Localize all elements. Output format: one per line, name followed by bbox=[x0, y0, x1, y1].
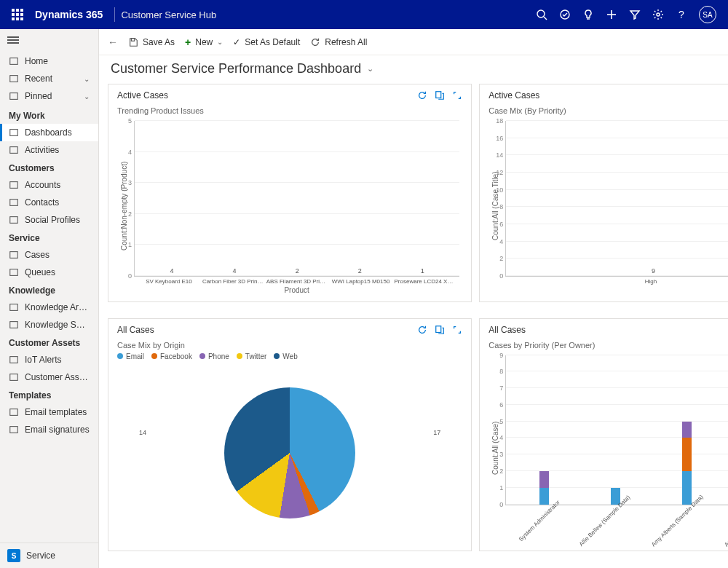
card-active-cases-priority: Active Cases Case Mix (By Priority) Coun… bbox=[479, 84, 728, 302]
nav-icon bbox=[9, 180, 19, 190]
svg-rect-13 bbox=[10, 200, 18, 206]
legend-item[interactable]: Twitter bbox=[237, 352, 266, 360]
nav-icon bbox=[9, 302, 19, 312]
refresh-icon[interactable] bbox=[417, 325, 427, 335]
divider bbox=[114, 7, 115, 22]
chart-title: Case Mix by Origin bbox=[117, 341, 462, 350]
nav-group-title: Service bbox=[0, 229, 98, 246]
nav-item-home[interactable]: Home bbox=[0, 52, 98, 70]
svg-rect-17 bbox=[10, 304, 18, 311]
nav-icon bbox=[9, 355, 19, 365]
nav-item-recent[interactable]: Recent⌄ bbox=[0, 70, 98, 87]
help-icon[interactable]: ? bbox=[670, 0, 693, 29]
nav-item-contacts[interactable]: Contacts bbox=[0, 194, 98, 211]
svg-rect-16 bbox=[10, 269, 18, 276]
records-icon[interactable] bbox=[435, 325, 445, 335]
legend-item[interactable]: Web bbox=[274, 352, 297, 360]
bar[interactable] bbox=[611, 355, 620, 505]
back-button[interactable]: ← bbox=[108, 36, 118, 48]
nav-icon bbox=[9, 91, 19, 101]
svg-rect-12 bbox=[10, 182, 18, 189]
nav-group-title: My Work bbox=[0, 106, 98, 124]
bar[interactable] bbox=[682, 355, 692, 505]
card-all-cases-owner: All Cases Cases by Priority (Per Owner) … bbox=[479, 318, 728, 551]
refresh-all-button[interactable]: Refresh All bbox=[310, 37, 367, 47]
refresh-icon[interactable] bbox=[417, 90, 427, 100]
svg-rect-19 bbox=[10, 357, 18, 363]
chevron-down-icon: ⌄ bbox=[217, 38, 223, 46]
nav-item-knowledge-search[interactable]: Knowledge Search bbox=[0, 316, 98, 334]
app-launcher-button[interactable] bbox=[6, 9, 29, 20]
product-name[interactable]: Dynamics 365 bbox=[29, 9, 108, 20]
dashboard-selector[interactable]: Customer Service Performance Dashboard ⌄ bbox=[99, 55, 728, 84]
new-button[interactable]: +New⌄ bbox=[185, 36, 223, 48]
add-icon[interactable] bbox=[600, 0, 623, 29]
card-title: All Cases bbox=[117, 325, 154, 335]
svg-rect-23 bbox=[131, 38, 134, 41]
nav-item-knowledge-articles[interactable]: Knowledge Articles bbox=[0, 299, 98, 316]
nav-icon bbox=[9, 372, 19, 382]
svg-point-0 bbox=[537, 10, 545, 17]
nav-icon bbox=[9, 250, 19, 260]
nav-item-queues[interactable]: Queues bbox=[0, 264, 98, 281]
settings-icon[interactable] bbox=[646, 0, 670, 29]
nav-group-title: Knowledge bbox=[0, 281, 98, 299]
svg-rect-14 bbox=[10, 217, 18, 224]
nav-item-social-profiles[interactable]: Social Profiles bbox=[0, 211, 98, 229]
nav-group-title: Customer Assets bbox=[0, 334, 98, 351]
nav-icon bbox=[9, 197, 19, 208]
svg-rect-11 bbox=[10, 147, 18, 154]
legend-item[interactable]: Facebook bbox=[151, 352, 192, 360]
nav-item-email-signatures[interactable]: Email signatures bbox=[0, 421, 98, 438]
svg-rect-8 bbox=[10, 76, 18, 82]
set-default-button[interactable]: ✓Set As Default bbox=[233, 37, 300, 47]
nav-icon bbox=[9, 425, 19, 435]
x-axis-label: Product bbox=[131, 286, 462, 294]
x-axis-label: Priority bbox=[502, 286, 728, 294]
card-title: Active Cases bbox=[117, 90, 168, 100]
nav-item-cases[interactable]: Cases bbox=[0, 246, 98, 264]
expand-icon[interactable] bbox=[452, 90, 462, 100]
nav-icon bbox=[9, 145, 19, 155]
y-axis-label: Count:All (Case) bbox=[488, 352, 502, 543]
lightbulb-icon[interactable] bbox=[577, 0, 600, 29]
nav-item-dashboards[interactable]: Dashboards bbox=[0, 124, 98, 141]
filter-icon[interactable] bbox=[623, 0, 646, 29]
nav-item-customer-assets[interactable]: Customer Assets bbox=[0, 368, 98, 386]
nav-icon bbox=[9, 127, 19, 138]
svg-point-2 bbox=[561, 10, 569, 19]
nav-icon bbox=[9, 320, 19, 330]
app-name[interactable]: Customer Service Hub bbox=[121, 9, 216, 20]
search-icon[interactable] bbox=[530, 0, 553, 29]
area-switcher[interactable]: S Service bbox=[0, 543, 98, 568]
dashboard-grid: Active Cases Trending Product Issues Cou… bbox=[99, 84, 728, 568]
nav-group-title: Customers bbox=[0, 159, 98, 176]
legend-item[interactable]: Email bbox=[117, 352, 144, 360]
nav-item-accounts[interactable]: Accounts bbox=[0, 176, 98, 194]
collapse-sidebar-button[interactable] bbox=[0, 29, 98, 51]
user-avatar[interactable]: SA bbox=[699, 6, 716, 23]
svg-rect-22 bbox=[10, 427, 18, 433]
command-bar: ← Save As +New⌄ ✓Set As Default Refresh … bbox=[99, 29, 728, 55]
nav-item-iot-alerts[interactable]: IoT Alerts bbox=[0, 351, 98, 368]
legend-item[interactable]: Phone bbox=[199, 352, 229, 360]
site-map-sidebar: HomeRecent⌄Pinned⌄ My WorkDashboardsActi… bbox=[0, 29, 99, 568]
chevron-down-icon: ⌄ bbox=[84, 75, 90, 83]
nav-icon bbox=[9, 215, 19, 225]
refresh-icon bbox=[310, 37, 320, 47]
expand-icon[interactable] bbox=[452, 325, 462, 335]
nav-item-activities[interactable]: Activities bbox=[0, 141, 98, 159]
nav-icon bbox=[9, 407, 19, 417]
nav-item-email-templates[interactable]: Email templates bbox=[0, 403, 98, 421]
nav-item-pinned[interactable]: Pinned⌄ bbox=[0, 87, 98, 105]
nav-icon bbox=[9, 267, 19, 277]
task-icon[interactable] bbox=[553, 0, 577, 29]
pie-chart[interactable] bbox=[224, 387, 355, 518]
nav-group-title: Templates bbox=[0, 386, 98, 403]
svg-point-6 bbox=[657, 13, 660, 16]
records-icon[interactable] bbox=[435, 90, 445, 100]
save-as-button[interactable]: Save As bbox=[128, 37, 175, 47]
bar[interactable] bbox=[539, 355, 549, 505]
card-title: All Cases bbox=[488, 325, 526, 335]
page-title: Customer Service Performance Dashboard bbox=[111, 61, 361, 76]
